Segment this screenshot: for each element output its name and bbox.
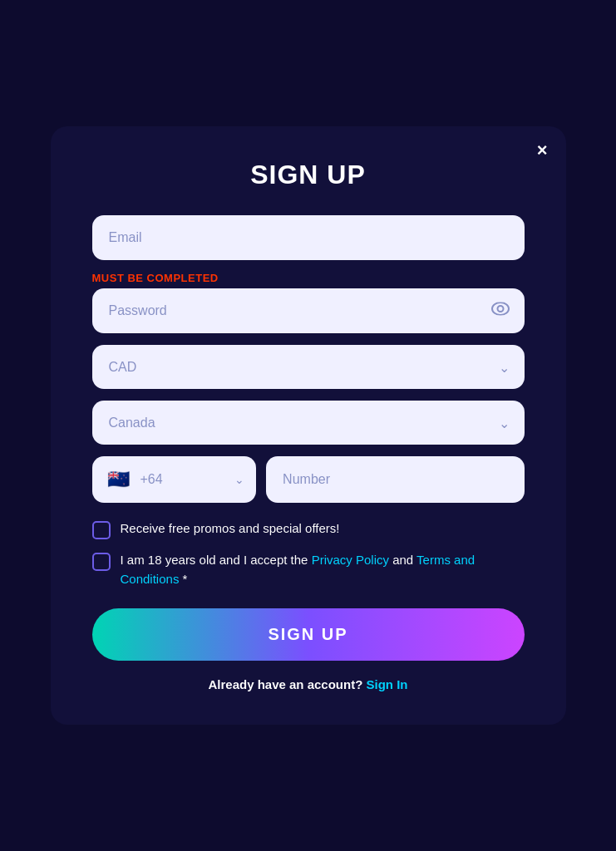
toggle-password-icon[interactable] xyxy=(491,303,510,320)
signin-link[interactable]: Sign In xyxy=(367,677,408,691)
checkboxes-section: Receive free promos and special offers! … xyxy=(92,519,525,588)
modal-title: SIGN UP xyxy=(92,160,525,190)
terms-checkbox-row: I am 18 years old and I accept the Priva… xyxy=(92,551,525,588)
signup-modal: × SIGN UP MUST BE COMPLETED CAD ⌄ Canada… xyxy=(51,126,566,725)
flag-icon: 🇳🇿 xyxy=(104,465,134,494)
currency-group: CAD ⌄ xyxy=(92,345,525,389)
phone-code-label: +64 xyxy=(140,472,229,487)
password-input[interactable] xyxy=(92,288,525,333)
privacy-policy-link[interactable]: Privacy Policy xyxy=(312,553,389,567)
terms-label: I am 18 years old and I accept the Priva… xyxy=(121,551,525,588)
signin-section: Already have an account? Sign In xyxy=(92,677,525,691)
close-button[interactable]: × xyxy=(537,141,548,160)
signin-prompt: Already have an account? xyxy=(208,677,362,691)
terms-checkbox[interactable] xyxy=(92,553,111,571)
phone-number-input[interactable] xyxy=(266,456,524,503)
terms-text2: and xyxy=(389,553,416,567)
phone-group: 🇳🇿 +64 ⌄ xyxy=(92,456,525,503)
signup-button[interactable]: SIGN UP xyxy=(92,608,525,661)
terms-text1: I am 18 years old and I accept the xyxy=(121,553,312,567)
email-group xyxy=(92,215,525,260)
phone-chevron-icon: ⌄ xyxy=(234,473,244,486)
promos-checkbox[interactable] xyxy=(92,521,111,539)
promos-label: Receive free promos and special offers! xyxy=(121,519,340,539)
svg-point-0 xyxy=(492,303,509,315)
country-select[interactable]: Canada xyxy=(92,401,525,445)
email-input[interactable] xyxy=(92,215,525,260)
svg-point-1 xyxy=(497,306,503,312)
country-group: Canada ⌄ xyxy=(92,401,525,445)
email-error: MUST BE COMPLETED xyxy=(92,272,525,284)
terms-asterisk: * xyxy=(179,572,187,586)
currency-select[interactable]: CAD xyxy=(92,345,525,389)
password-group xyxy=(92,288,525,333)
phone-country-selector[interactable]: 🇳🇿 +64 ⌄ xyxy=(92,456,257,503)
promos-checkbox-row: Receive free promos and special offers! xyxy=(92,519,525,539)
